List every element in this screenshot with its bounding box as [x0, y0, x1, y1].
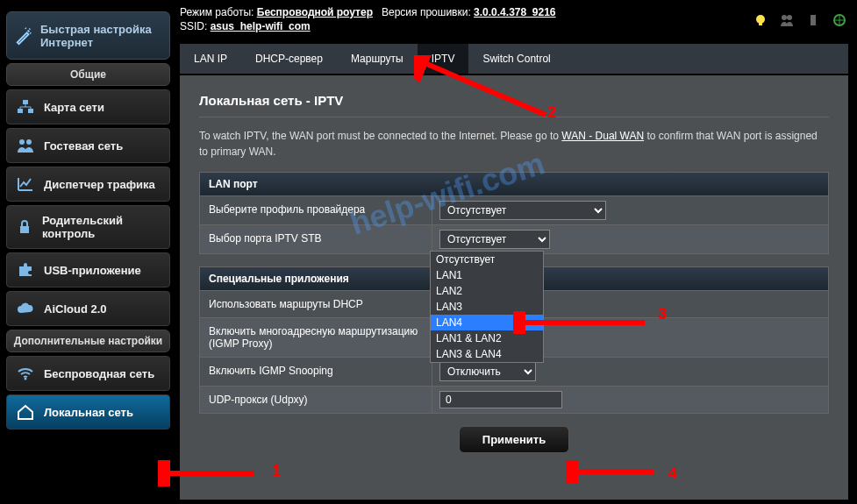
dropdown-option[interactable]: LAN1: [431, 267, 543, 283]
usb-status-icon[interactable]: [806, 13, 820, 30]
menu-lan[interactable]: Локальная сеть: [6, 394, 170, 429]
tab-lan-ip[interactable]: LAN IP: [180, 44, 241, 74]
svg-rect-1: [18, 109, 23, 113]
lan-port-panel: LAN порт Выберите профиль провайдера Отс…: [199, 172, 829, 254]
tabs: LAN IP DHCP-сервер Маршруты IPTV Switch …: [180, 44, 848, 74]
menu-label: Локальная сеть: [44, 406, 133, 419]
iptv-stb-dropdown-list: Отсутствует LAN1 LAN2 LAN3 LAN4 LAN1 & L…: [430, 251, 544, 363]
menu-traffic-manager[interactable]: Диспетчер трафика: [6, 167, 170, 202]
svg-point-3: [19, 139, 25, 145]
puzzle-icon: [16, 261, 35, 279]
svg-rect-11: [811, 15, 816, 25]
lock-icon: [16, 218, 33, 236]
section-advanced: Дополнительные настройки: [6, 330, 170, 352]
page-title: Локальная сеть - IPTV: [199, 88, 829, 117]
menu-label: Беспроводная сеть: [44, 367, 154, 380]
menu-aicloud[interactable]: AiCloud 2.0: [6, 291, 170, 326]
annotation-2: 2: [547, 103, 556, 122]
menu-wireless[interactable]: Беспроводная сеть: [6, 356, 170, 391]
annotation-3: 3: [658, 305, 667, 323]
bulb-icon[interactable]: [753, 13, 768, 30]
dhcp-routes-label: Использовать маршруты DHCP: [200, 291, 432, 317]
tab-switch-control[interactable]: Switch Control: [468, 44, 564, 74]
topbar: Режим работы: Беспроводной роутер Версия…: [180, 4, 848, 34]
globe-icon[interactable]: [832, 13, 846, 30]
lan-port-header: LAN порт: [200, 173, 828, 195]
annotation-4: 4: [668, 465, 677, 483]
isp-profile-select[interactable]: Отсутствует: [439, 201, 606, 220]
iptv-stb-port-select[interactable]: Отсутствует: [439, 230, 550, 249]
section-general: Общие: [6, 63, 170, 86]
fw-value[interactable]: 3.0.0.4.378_9216: [474, 6, 555, 18]
home-icon: [16, 403, 35, 421]
page-description: To watch IPTV, the WAN port must be conn…: [199, 128, 829, 160]
tab-iptv[interactable]: IPTV: [418, 44, 469, 74]
menu-label: Диспетчер трафика: [44, 178, 155, 191]
svg-point-4: [26, 139, 32, 145]
menu-guest-network[interactable]: Гостевая сеть: [6, 128, 170, 163]
igmp-proxy-label: Включить многоадресную маршрутизацию (IG…: [200, 318, 432, 357]
quick-setup-label: Быстрая настройка Интернет: [40, 23, 162, 49]
svg-point-9: [782, 15, 787, 20]
mode-value[interactable]: Беспроводной роутер: [257, 6, 373, 18]
ssid-value[interactable]: asus_help-wifi_com: [211, 20, 311, 32]
network-icon: [16, 98, 35, 116]
mode-label: Режим работы:: [180, 6, 254, 18]
menu-label: USB-приложение: [44, 264, 141, 277]
menu-parental-control[interactable]: Родительский контроль: [6, 205, 170, 249]
igmp-snooping-select[interactable]: Отключить: [439, 362, 536, 381]
annotation-1: 1: [272, 462, 281, 480]
tab-routes[interactable]: Маршруты: [337, 44, 418, 74]
quick-internet-setup[interactable]: Быстрая настройка Интернет: [6, 11, 170, 60]
dropdown-option[interactable]: LAN2: [431, 283, 543, 299]
menu-label: Карта сети: [44, 101, 104, 114]
svg-point-7: [756, 15, 765, 24]
wand-icon: [14, 27, 33, 45]
menu-network-map[interactable]: Карта сети: [6, 89, 170, 124]
udpxy-label: UDP-прокси (Udpxy): [200, 387, 432, 413]
users-icon[interactable]: [780, 13, 794, 30]
menu-label: Родительский контроль: [42, 214, 161, 240]
dropdown-option[interactable]: LAN1 & LAN2: [431, 330, 543, 346]
apply-button[interactable]: Применить: [459, 426, 569, 453]
igmp-snooping-label: Включить IGMP Snooping: [200, 358, 432, 386]
iptv-stb-port-label: Выбор порта IPTV STB: [200, 225, 432, 253]
menu-label: AiCloud 2.0: [44, 302, 107, 316]
chart-icon: [16, 175, 35, 193]
wifi-icon: [16, 365, 35, 382]
cloud-icon: [16, 300, 35, 317]
dropdown-option[interactable]: LAN3 & LAN4: [431, 346, 543, 362]
udpxy-input[interactable]: [439, 391, 562, 408]
isp-profile-label: Выберите профиль провайдера: [200, 196, 432, 224]
svg-rect-5: [20, 226, 29, 233]
people-icon: [16, 137, 35, 154]
svg-rect-2: [28, 109, 33, 113]
ssid-label: SSID:: [180, 20, 207, 32]
dropdown-option[interactable]: Отсутствует: [431, 252, 543, 267]
tab-dhcp[interactable]: DHCP-сервер: [241, 44, 337, 74]
dropdown-option[interactable]: LAN3: [431, 299, 543, 315]
dropdown-option[interactable]: LAN4: [431, 315, 543, 330]
svg-rect-0: [23, 100, 28, 104]
svg-point-10: [787, 15, 792, 20]
top-icons: [753, 13, 846, 30]
wan-link[interactable]: WAN - Dual WAN: [561, 130, 644, 142]
menu-label: Гостевая сеть: [44, 139, 123, 153]
fw-label: Версия прошивки:: [382, 6, 471, 18]
svg-point-6: [25, 378, 27, 380]
menu-usb-app[interactable]: USB-приложение: [6, 252, 170, 287]
svg-rect-8: [759, 23, 762, 25]
